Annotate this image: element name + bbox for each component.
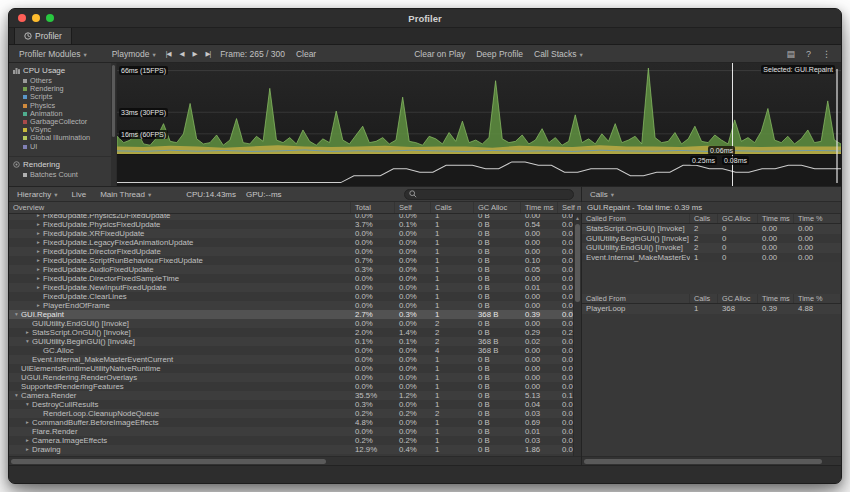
table-row[interactable]: ▸FixedUpdate.PhysicsFixedUpdate3.7%0.1%1… [9,220,581,229]
expand-arrow-icon[interactable]: ▸ [23,328,32,337]
help-icon[interactable]: ? [801,49,816,59]
collapse-arrow-icon[interactable]: ▾ [23,400,32,409]
table-row[interactable]: ▸Camera.ImageEffects0.2%0.2%10 B0.030.03 [9,436,581,445]
table-row[interactable]: ▸FixedUpdate.AudioFixedUpdate0.3%0.0%10 … [9,265,581,274]
legend-item-batches-count[interactable]: Batches Count [9,171,116,179]
scrollbar-thumb[interactable] [11,459,326,464]
legend-item-scripts[interactable]: Scripts [9,93,116,101]
detail-row[interactable]: PlayerLoop13680.394.88 [582,304,841,314]
table-row[interactable]: ▸StatsScript.OnGUI() [Invoke]2.0%1.4%20 … [9,328,581,337]
column-header-overview[interactable]: Overview [9,202,351,213]
legend-item-global-illumination[interactable]: Global Illumination [9,134,116,142]
table-row[interactable]: GC.Alloc0.0%0.0%4368 B0.000.00 [9,346,581,355]
expand-arrow-icon[interactable]: ▸ [34,229,43,238]
minimize-button[interactable] [32,14,40,22]
column-header-self[interactable]: Self [395,202,431,213]
detail-column-header-time-[interactable]: Time % [794,214,841,223]
column-header-calls[interactable]: Calls [431,202,474,213]
detail-column-header-gc-alloc[interactable]: GC Alloc [718,294,758,303]
expand-arrow-icon[interactable]: ▸ [23,418,32,427]
clear-on-play-toggle[interactable]: Clear on Play [409,48,470,60]
live-toggle[interactable]: Live [67,189,92,200]
detail-column-header-calls[interactable]: Calls [690,214,718,223]
legend-item-physics[interactable]: Physics [9,102,116,110]
table-row[interactable]: RenderLoop.CleanupNodeQueue0.2%0.2%20 B0… [9,409,581,418]
detail-row[interactable]: GUIUtility.BeginGUI() [Invoke]200.000.00 [582,234,841,244]
legend-item-ui[interactable]: UI [9,143,116,151]
current-frame-button[interactable]: ▶| [201,49,214,59]
close-button[interactable] [18,14,26,22]
expand-arrow-icon[interactable]: ▸ [34,220,43,229]
call-stacks-dropdown[interactable]: Call Stacks [529,48,588,60]
expand-arrow-icon[interactable]: ▸ [34,265,43,274]
detail-column-header-gc-alloc[interactable]: GC Alloc [718,214,758,223]
tab-profiler[interactable]: Profiler [14,28,72,44]
detail-row[interactable]: GUIUtility.EndGUI() [Invoke]200.000.00 [582,243,841,253]
maximize-button[interactable] [46,14,54,22]
detail-column-header-time-[interactable]: Time % [794,294,841,303]
legend-item-rendering[interactable]: Rendering [9,85,116,93]
expand-arrow-icon[interactable]: ▸ [34,256,43,265]
detail-row[interactable]: StatsScript.OnGUI() [Invoke]200.000.00 [582,224,841,234]
first-frame-button[interactable]: |◀ [162,49,175,59]
module-header-cpu[interactable]: CPU Usage [9,63,116,77]
expand-arrow-icon[interactable]: ▸ [34,274,43,283]
column-header-self-ms[interactable]: Self ms [558,202,582,213]
target-selection-dropdown[interactable]: Playmode [107,48,161,60]
search-field[interactable] [404,189,574,200]
expand-arrow-icon[interactable]: ▸ [34,247,43,256]
scroll-up-arrow[interactable]: ▲ [574,214,581,222]
table-row[interactable]: UGUI.Rendering.RenderOverlays0.0%0.0%10 … [9,373,581,382]
current-frame-indicator[interactable] [732,63,733,186]
detail-column-header-calls[interactable]: Calls [690,294,718,303]
expand-arrow-icon[interactable]: ▸ [23,436,32,445]
deep-profile-toggle[interactable]: Deep Profile [471,48,528,60]
table-row[interactable]: SupportedRenderingFeatures0.0%0.0%10 B0.… [9,382,581,391]
view-mode-dropdown[interactable]: Hierarchy [12,189,63,200]
table-row[interactable]: ▸PlayerEndOfFrame0.0%0.0%10 B0.000.00 [9,301,581,310]
collapse-arrow-icon[interactable]: ▾ [23,337,32,346]
module-header-rendering[interactable]: Rendering [9,157,116,171]
previous-frame-button[interactable]: ◀ [175,49,187,59]
table-row[interactable]: GUIUtility.EndGUI() [Invoke]0.0%0.0%20 B… [9,319,581,328]
scrollbar-thumb[interactable] [584,459,822,464]
expand-arrow-icon[interactable]: ▸ [23,445,32,454]
table-row[interactable]: ▸CommandBuffer.BeforeImageEffects4.8%0.0… [9,418,581,427]
column-header-gc-alloc[interactable]: GC Alloc [474,202,521,213]
expand-arrow-icon[interactable]: ▸ [34,238,43,247]
table-row[interactable]: ▸FixedUpdate.DirectorFixedSampleTime0.0%… [9,274,581,283]
detail-column-header-time-ms[interactable]: Time ms [758,214,794,223]
horizontal-scrollbar[interactable] [9,456,581,465]
table-row[interactable]: ▸Drawing12.9%0.4%10 B1.860.06 [9,445,581,454]
table-row[interactable]: Event.Internal_MakeMasterEventCurrent0.0… [9,355,581,364]
detail-view-dropdown[interactable]: Calls [585,189,619,200]
collapse-arrow-icon[interactable]: ▾ [12,391,21,400]
context-menu-icon[interactable]: ⋮ [817,49,836,59]
horizontal-scrollbar[interactable] [582,456,841,465]
table-row[interactable]: ▸FixedUpdate.LegacyFixedAnimationUpdate0… [9,238,581,247]
detail-column-header-called-from[interactable]: Called From [582,294,690,303]
expand-arrow-icon[interactable]: ▸ [34,301,43,310]
table-row[interactable]: ▸FixedUpdate.XRFixedUpdate0.0%0.0%10 B0.… [9,229,581,238]
modules-scrollbar[interactable] [111,63,116,186]
vertical-scrollbar[interactable]: ▲ [573,214,581,456]
column-header-total[interactable]: Total [351,202,395,213]
table-row[interactable]: ▸FixedUpdate.ScriptRunBehaviourFixedUpda… [9,256,581,265]
detail-column-header-time-ms[interactable]: Time ms [758,294,794,303]
table-row[interactable]: ▾DestroyCullResults0.3%0.0%10 B0.040.01 [9,400,581,409]
table-row[interactable]: FixedUpdate.ClearLines0.0%0.0%10 B0.000.… [9,292,581,301]
detail-column-header-called-from[interactable]: Called From [582,214,690,223]
table-row[interactable]: ▾GUI.Repaint2.7%0.3%1368 B0.390.05 [9,310,581,319]
profiler-modules-dropdown[interactable]: Profiler Modules [14,48,92,60]
table-row[interactable]: ▾GUIUtility.BeginGUI() [Invoke]0.1%0.1%2… [9,337,581,346]
legend-item-garbagecollector[interactable]: GarbageCollector [9,118,116,126]
table-row[interactable]: ▸FixedUpdate.DirectorFixedUpdate0.0%0.0%… [9,247,581,256]
table-row[interactable]: Flare.Render0.0%0.0%10 B0.010.01 [9,427,581,436]
clear-button[interactable]: Clear [291,48,321,60]
scrollbar-thumb[interactable] [112,65,115,137]
column-header-time-ms[interactable]: Time ms [521,202,558,213]
table-row[interactable]: ▸FixedUpdate.NewInputFixedUpdate0.0%0.0%… [9,283,581,292]
table-row[interactable]: UIElementsRuntimeUtilityNativeRuntime0.0… [9,364,581,373]
next-frame-button[interactable]: ▶ [188,49,200,59]
scrollbar-thumb[interactable] [575,224,580,302]
